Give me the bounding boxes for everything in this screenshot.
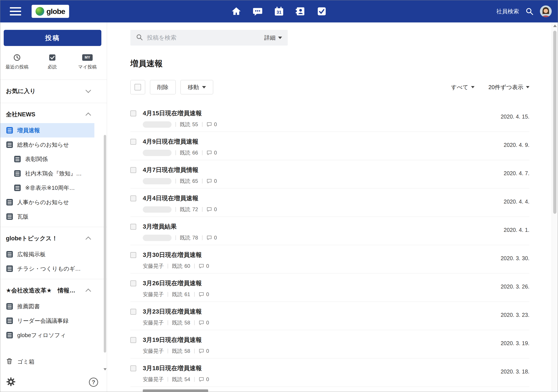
meta-separator xyxy=(202,122,202,127)
row-checkbox[interactable] xyxy=(130,224,136,230)
comment-indicator: 0 xyxy=(206,206,217,212)
sidebar-nav-item[interactable]: 推薦図書 xyxy=(0,299,94,314)
document-icon xyxy=(6,213,13,220)
header-bar: globe 31 社員検索 xyxy=(0,0,558,22)
post-button[interactable]: 投稿 xyxy=(4,30,101,46)
sidebar-nav-item[interactable]: 総務からのお知らせ xyxy=(0,138,94,152)
delete-button[interactable]: 削除 xyxy=(150,80,176,94)
meta-separator xyxy=(168,349,168,353)
user-avatar[interactable] xyxy=(540,5,552,17)
sidebar-nav-item[interactable]: チラシ・つくりものギ… xyxy=(0,261,94,276)
post-title[interactable]: 3月増員結果 xyxy=(143,222,217,231)
main-content: 詳細 増員速報 削除 移動 すべて 20件ずつ表示 xyxy=(107,22,552,392)
scroll-up-icon[interactable] xyxy=(553,25,557,27)
settings-gear-icon[interactable] xyxy=(6,377,16,387)
chat-icon[interactable] xyxy=(253,6,263,17)
home-icon[interactable] xyxy=(231,6,242,17)
document-icon xyxy=(14,170,21,177)
quick-link-must-read[interactable]: 必読 xyxy=(40,53,64,70)
post-date: 2020. 4. 4. xyxy=(504,199,530,205)
row-checkbox[interactable] xyxy=(130,309,136,315)
help-icon[interactable]: ? xyxy=(89,378,98,387)
comment-bubble-icon xyxy=(206,207,212,212)
post-title[interactable]: 3月19日現在増員速報 xyxy=(143,336,209,344)
post-search-input[interactable] xyxy=(147,35,264,41)
row-checkbox[interactable] xyxy=(130,366,136,371)
row-checkbox[interactable] xyxy=(130,167,136,173)
section-header[interactable]: お気に入り xyxy=(0,82,107,100)
sidebar-nav-item[interactable]: 瓦版 xyxy=(0,209,94,224)
sidebar-nav-item[interactable]: 広報掲示板 xyxy=(0,247,94,261)
header-nav: 31 xyxy=(231,0,327,22)
row-checkbox[interactable] xyxy=(130,252,136,258)
read-indicator: 既読 58 xyxy=(172,348,190,355)
post-title[interactable]: 3月18日現在増員速報 xyxy=(143,364,209,372)
meta-separator xyxy=(175,179,176,183)
quick-link-recent-posts[interactable]: 最近の投稿 xyxy=(5,53,29,70)
sidebar-nav-item[interactable]: リーダー会議議事録 xyxy=(0,314,94,328)
page-scrollbar[interactable] xyxy=(552,22,558,392)
read-indicator: 既読 72 xyxy=(180,206,198,213)
select-all-checkbox[interactable] xyxy=(134,84,141,90)
sidebar-scrollbar-thumb[interactable] xyxy=(104,135,106,353)
svg-text:31: 31 xyxy=(277,10,281,15)
sidebar-nav-item[interactable]: 増員速報 xyxy=(0,123,94,138)
meta-separator xyxy=(202,179,202,183)
brand-text: globe xyxy=(46,7,65,16)
employee-search-label[interactable]: 社員検索 xyxy=(496,8,519,15)
sidebar-section: ★会社改造改革★ 情報… 推薦図書 リーダー会議議事録 globeフィロソフィ xyxy=(0,279,107,345)
sidebar-nav-item[interactable]: globeフィロソフィ xyxy=(0,328,94,342)
row-checkbox[interactable] xyxy=(130,111,136,116)
chevron-down-icon xyxy=(526,86,530,88)
post-title[interactable]: 4月15日現在増員速報 xyxy=(143,109,217,117)
post-row: 3月23日現在増員速報 安藤晃子 既読 58 0 2020. 3. 23. xyxy=(130,302,530,330)
select-all-button[interactable] xyxy=(130,80,145,94)
row-checkbox[interactable] xyxy=(130,337,136,343)
section-header[interactable]: 全社NEWS xyxy=(0,105,107,123)
detail-dropdown[interactable]: 詳細 xyxy=(264,34,282,42)
scroll-down-icon[interactable] xyxy=(104,368,107,370)
post-title[interactable]: 4月4日現在増員速報 xyxy=(143,194,217,202)
comment-bubble-icon xyxy=(199,376,204,382)
post-meta: 既読 65 0 xyxy=(143,178,217,184)
comment-indicator: 0 xyxy=(199,320,209,326)
contacts-icon[interactable] xyxy=(295,6,305,17)
header-search-icon[interactable] xyxy=(525,7,533,15)
nav-item-label: ※非表示※10周年… xyxy=(25,184,75,192)
row-checkbox[interactable] xyxy=(130,195,136,201)
sidebar-nav-item[interactable]: 人事からのお知らせ xyxy=(0,195,94,209)
document-icon xyxy=(14,184,21,191)
brand-logo[interactable]: globe xyxy=(32,5,69,18)
post-title[interactable]: 4月7日現在増員情報 xyxy=(143,166,217,174)
comment-bubble-icon xyxy=(206,150,212,156)
post-date: 2020. 3. 23. xyxy=(501,312,530,318)
post-title[interactable]: 3月30日現在増員速報 xyxy=(143,251,209,259)
quick-link-my-posts[interactable]: MY マイ投稿 xyxy=(75,53,99,70)
post-title[interactable]: 3月23日現在増員速報 xyxy=(143,307,209,316)
page-scrollbar-thumb[interactable] xyxy=(553,31,557,214)
section-title: ★会社改造改革★ 情報… xyxy=(6,287,75,294)
author-redacted-blob xyxy=(143,206,172,213)
tasks-icon[interactable] xyxy=(316,6,327,17)
section-title: 全社NEWS xyxy=(6,111,35,118)
sidebar-nav-item[interactable]: 社内木鶏会『致知』… xyxy=(0,166,94,181)
search-icon xyxy=(136,34,143,42)
calendar-icon[interactable]: 31 xyxy=(274,6,284,17)
row-checkbox[interactable] xyxy=(130,139,136,145)
section-header[interactable]: ★会社改造改革★ 情報… xyxy=(0,281,107,299)
comment-bubble-icon xyxy=(199,320,204,326)
row-checkbox[interactable] xyxy=(130,280,136,286)
post-row-truncated xyxy=(130,387,530,392)
sidebar-nav-item[interactable]: ※非表示※10周年… xyxy=(0,181,94,195)
sidebar-nav-item[interactable]: 表彰関係 xyxy=(0,152,94,166)
sidebar-scrollbar[interactable] xyxy=(104,135,106,366)
move-button[interactable]: 移動 xyxy=(181,80,213,94)
post-title[interactable]: 4月9日現在増員速報 xyxy=(143,138,217,146)
section-header[interactable]: globeトピックス！ xyxy=(0,229,107,247)
trash-item[interactable]: ゴミ箱 xyxy=(0,351,107,372)
post-date: 2020. 3. 18. xyxy=(501,368,530,375)
page-size-dropdown[interactable]: 20件ずつ表示 xyxy=(488,83,530,91)
post-title[interactable]: 3月26日現在増員速報 xyxy=(143,279,209,287)
filter-dropdown[interactable]: すべて xyxy=(451,83,474,91)
hamburger-menu-button[interactable] xyxy=(10,7,21,16)
